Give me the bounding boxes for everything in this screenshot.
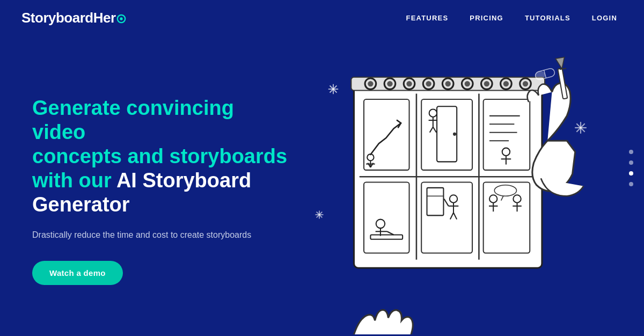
logo-icon [116,14,126,24]
dot-1[interactable] [629,150,633,154]
svg-point-30 [465,81,470,86]
svg-rect-43 [364,182,409,253]
svg-point-28 [445,81,451,86]
svg-point-22 [387,81,392,86]
nav-tutorials[interactable]: TUTORIALS [525,14,570,22]
nav-login[interactable]: LOGIN [592,14,617,22]
star-decoration-1 [327,83,339,97]
svg-point-26 [426,81,431,86]
dot-4[interactable] [629,182,633,186]
svg-rect-44 [421,182,472,253]
hero-subheading: Drastically reduce the time and cost to … [32,229,290,242]
svg-point-1 [120,17,122,20]
page-wrapper: StoryboardHer FEATURES PRICING TUTORIALS… [0,0,644,336]
svg-point-52 [453,133,456,136]
hero-left: Generate convincing videoconcepts and st… [32,96,290,284]
star-decoration-3 [314,209,325,222]
main-nav: FEATURES PRICING TUTORIALS LOGIN [406,14,617,22]
dot-3[interactable] [629,171,633,176]
logo[interactable]: StoryboardHer [21,10,127,26]
svg-marker-87 [555,57,566,69]
svg-point-32 [484,81,489,86]
pagination-dots [629,150,633,186]
svg-rect-41 [421,99,472,170]
svg-rect-45 [484,182,530,253]
dot-2[interactable] [629,160,633,165]
header: StoryboardHer FEATURES PRICING TUTORIALS… [0,0,644,36]
svg-point-36 [523,81,528,86]
hero-headline: Generate convincing videoconcepts and st… [32,96,290,216]
nav-features[interactable]: FEATURES [406,14,449,22]
svg-point-34 [503,81,509,86]
svg-rect-40 [364,99,409,170]
star-decoration-2 [574,121,588,137]
watch-demo-button[interactable]: Watch a demo [32,261,123,285]
nav-pricing[interactable]: PRICING [470,14,503,22]
svg-point-20 [368,81,373,86]
logo-text: StoryboardHer [21,10,127,26]
svg-point-24 [406,81,412,86]
